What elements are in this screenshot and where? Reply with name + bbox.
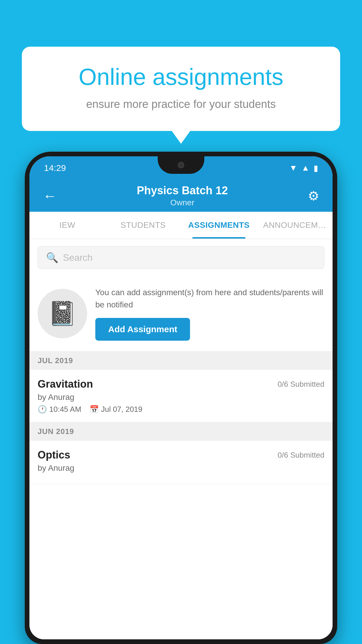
bubble-title: Online assignments: [42, 64, 320, 90]
meta-date: 📅 Jul 07, 2019: [89, 405, 143, 414]
toolbar-title-block: Physics Batch 12 Owner: [60, 184, 305, 207]
assignment-item-gravitation[interactable]: Gravitation 0/6 Submitted by Anurag 🕐 10…: [29, 370, 333, 422]
clock-icon: 🕐: [38, 405, 47, 414]
assignment-by-optics: by Anurag: [38, 463, 324, 473]
promo-icon-circle: 📓: [38, 289, 87, 338]
tabs-container: IEW STUDENTS ASSIGNMENTS ANNOUNCEM…: [29, 212, 333, 239]
wifi-icon: ▼: [289, 163, 298, 173]
tab-students[interactable]: STUDENTS: [105, 212, 181, 239]
tab-assignments[interactable]: ASSIGNMENTS: [181, 212, 257, 239]
status-icons: ▼ ▲ ▮: [289, 163, 318, 173]
camera: [178, 162, 184, 168]
status-bar: 14:29 ▼ ▲ ▮: [29, 156, 333, 180]
assignment-submitted-optics: 0/6 Submitted: [278, 449, 324, 460]
promo-section: 📓 You can add assignment(s) from here an…: [29, 276, 333, 351]
notebook-icon: 📓: [48, 300, 77, 327]
tab-iew[interactable]: IEW: [29, 212, 105, 239]
add-assignment-button[interactable]: Add Assignment: [95, 318, 190, 341]
app-toolbar: ← Physics Batch 12 Owner ⚙: [29, 180, 333, 212]
phone-inner: 14:29 ▼ ▲ ▮ ← Physics Batch 12 Owner ⚙ I…: [29, 156, 333, 639]
assignment-by: by Anurag: [38, 393, 324, 402]
search-icon: 🔍: [46, 252, 58, 263]
assignment-time: 10:45 AM: [49, 405, 81, 414]
toolbar-title: Physics Batch 12: [60, 184, 305, 197]
status-time: 14:29: [44, 163, 66, 173]
promo-description: You can add assignment(s) from here and …: [95, 286, 324, 311]
speech-bubble-container: Online assignments ensure more practice …: [22, 47, 340, 131]
month-header-jun: JUN 2019: [29, 422, 333, 441]
assignment-name-optics: Optics: [38, 449, 70, 461]
back-button[interactable]: ←: [40, 185, 60, 207]
phone-notch: [158, 156, 204, 174]
assignment-name: Gravitation: [38, 378, 93, 390]
settings-button[interactable]: ⚙: [305, 186, 322, 206]
search-bar[interactable]: 🔍 Search: [38, 246, 324, 269]
calendar-icon: 📅: [89, 405, 99, 414]
assignment-item-optics[interactable]: Optics 0/6 Submitted by Anurag: [29, 441, 333, 484]
assignment-submitted: 0/6 Submitted: [278, 378, 324, 389]
assignment-row-top-optics: Optics 0/6 Submitted: [38, 449, 324, 461]
tab-announcements[interactable]: ANNOUNCEM…: [257, 212, 333, 239]
search-container: 🔍 Search: [29, 239, 333, 276]
speech-bubble: Online assignments ensure more practice …: [22, 47, 340, 131]
assignment-meta: 🕐 10:45 AM 📅 Jul 07, 2019: [38, 405, 324, 414]
assignment-row-top: Gravitation 0/6 Submitted: [38, 378, 324, 390]
phone-frame: 14:29 ▼ ▲ ▮ ← Physics Batch 12 Owner ⚙ I…: [25, 152, 337, 644]
signal-icon: ▲: [301, 163, 310, 173]
assignment-date: Jul 07, 2019: [101, 405, 143, 414]
meta-time: 🕐 10:45 AM: [38, 405, 81, 414]
screen-content: 🔍 Search 📓 You can add assignment(s) fro…: [29, 239, 333, 639]
promo-text-block: You can add assignment(s) from here and …: [95, 286, 324, 341]
month-header-jul: JUL 2019: [29, 351, 333, 370]
search-placeholder: Search: [63, 252, 92, 263]
toolbar-subtitle: Owner: [60, 198, 305, 207]
bubble-subtitle: ensure more practice for your students: [42, 98, 320, 111]
battery-icon: ▮: [314, 163, 318, 173]
